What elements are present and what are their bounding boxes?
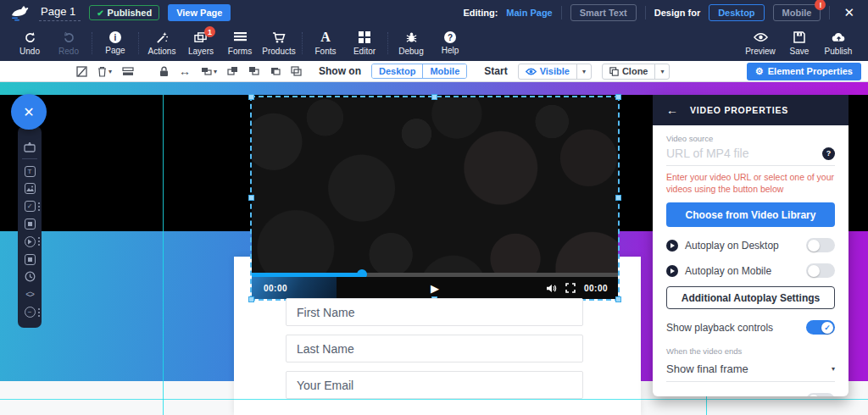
element-properties-button[interactable]: ⚙ Element Properties	[747, 63, 861, 80]
info-icon: i	[109, 31, 121, 43]
panel-header: ← VIDEO PROPERTIES	[653, 95, 849, 125]
clone-button[interactable]: Clone	[603, 64, 655, 79]
layout-rows-icon[interactable]	[122, 67, 134, 76]
volume-icon[interactable]	[546, 284, 557, 293]
code-tool-button[interactable]: <>	[18, 285, 42, 303]
undo-icon	[24, 30, 36, 44]
arrange-icon[interactable]: ▾	[201, 67, 217, 76]
send-to-back-icon[interactable]	[248, 66, 259, 76]
publish-button[interactable]: Publish	[819, 30, 858, 56]
bring-to-front-icon[interactable]	[227, 66, 238, 76]
image-icon	[25, 183, 36, 194]
page-canvas[interactable]: 00:00 ▶ 00:00 First Name Last Name Your …	[0, 82, 868, 415]
choose-video-library-button[interactable]: Choose from Video Library	[666, 202, 835, 227]
selection-handle[interactable]	[615, 195, 621, 201]
design-mobile-button[interactable]: Mobile	[773, 4, 821, 21]
eye-icon	[526, 68, 537, 75]
save-button[interactable]: Save	[780, 30, 819, 56]
close-editor-icon[interactable]: ✕	[838, 5, 860, 20]
misc-tool-button[interactable]: −	[18, 303, 42, 321]
clear-style-icon[interactable]	[76, 66, 87, 77]
view-page-button[interactable]: View Page	[168, 4, 231, 21]
editing-target-link[interactable]: Main Page	[506, 8, 552, 18]
first-name-input[interactable]: First Name	[286, 298, 583, 326]
button-tool-button[interactable]	[18, 215, 42, 233]
chevron-down-icon[interactable]: ▾	[214, 68, 217, 75]
additional-autoplay-settings-button[interactable]: Additional Autoplay Settings	[666, 286, 835, 309]
design-desktop-button[interactable]: Desktop	[709, 4, 764, 21]
selection-handle[interactable]	[615, 296, 621, 302]
minus-circle-icon: −	[25, 307, 36, 318]
close-elements-fab[interactable]: ✕	[11, 94, 47, 130]
image-tool-button[interactable]	[18, 180, 42, 198]
video-poster[interactable]	[252, 97, 618, 299]
show-playback-controls-toggle[interactable]: ✓	[806, 320, 835, 335]
visible-dropdown-button[interactable]: ▾	[576, 64, 591, 79]
help-icon[interactable]: ?	[822, 147, 835, 160]
autoplay-desktop-toggle[interactable]	[806, 238, 835, 252]
editor-menu-button[interactable]: Editor	[345, 30, 384, 56]
clone-dropdown-button[interactable]: ▾	[654, 64, 669, 79]
video-tool-button[interactable]	[18, 233, 42, 251]
help-menu-button[interactable]: ? Help	[431, 31, 470, 55]
autoplay-mobile-toggle[interactable]	[806, 263, 835, 278]
email-input[interactable]: Your Email	[286, 371, 583, 399]
countdown-tool-button[interactable]	[18, 268, 42, 286]
redo-button[interactable]: Redo	[49, 30, 88, 56]
check-icon: ✓	[821, 322, 833, 334]
page-title[interactable]: Page 1	[39, 4, 81, 21]
redo-icon	[63, 30, 75, 44]
selection-handle[interactable]	[615, 94, 621, 100]
fullscreen-icon[interactable]	[565, 283, 576, 293]
actions-menu-button[interactable]: Actions	[142, 30, 181, 56]
more-options-icon[interactable]	[38, 202, 40, 211]
selection-handle[interactable]	[248, 94, 254, 100]
more-options-icon[interactable]	[38, 237, 40, 246]
selection-handle[interactable]	[248, 296, 254, 302]
visible-button[interactable]: Visible	[519, 64, 576, 79]
divider	[387, 32, 388, 54]
page-menu-button[interactable]: i Page	[96, 31, 135, 55]
chevron-down-icon: ▾	[832, 365, 835, 373]
video-element-selected[interactable]: 00:00 ▶ 00:00	[252, 97, 618, 299]
show-on-mobile-button[interactable]: Mobile	[422, 64, 466, 78]
check-icon: ✔	[97, 8, 103, 18]
video-source-label: Video source	[666, 134, 835, 143]
selection-handle[interactable]	[431, 94, 437, 100]
text-icon: T	[25, 166, 36, 177]
video-url-input[interactable]: URL of MP4 file ?	[666, 147, 835, 166]
start-label: Start	[484, 65, 507, 77]
chevron-down-icon[interactable]: ▾	[108, 68, 112, 75]
show-on-desktop-button[interactable]: Desktop	[372, 64, 422, 78]
bring-forward-icon[interactable]	[270, 66, 281, 76]
mobile-alert-badge: !	[815, 0, 826, 10]
forms-menu-button[interactable]: Forms	[220, 30, 259, 56]
text-tool-button[interactable]: T	[18, 163, 42, 180]
play-icon[interactable]: ▶	[431, 282, 439, 295]
vertical-guide-line	[163, 95, 164, 415]
last-name-input[interactable]: Last Name	[286, 335, 583, 362]
horizontal-resize-icon[interactable]: ↔	[179, 64, 191, 78]
undo-button[interactable]: Undo	[10, 30, 49, 56]
block-tool-button[interactable]	[18, 251, 42, 268]
form-tool-button[interactable]: ✓	[18, 197, 42, 215]
debug-menu-button[interactable]: Debug	[392, 30, 431, 56]
font-icon: A	[320, 30, 331, 44]
products-menu-button[interactable]: Products	[259, 30, 298, 56]
animate-play-toggle[interactable]	[806, 393, 835, 396]
more-options-icon[interactable]	[38, 308, 40, 317]
sections-tool-button[interactable]	[18, 138, 42, 156]
top-bar: Page 1 ✔ Published View Page Editing: Ma…	[0, 0, 868, 25]
fonts-menu-button[interactable]: A Fonts	[306, 30, 345, 56]
back-arrow-icon[interactable]: ←	[666, 103, 678, 117]
preview-button[interactable]: Preview	[741, 30, 780, 56]
lock-icon[interactable]	[159, 66, 169, 77]
delete-icon[interactable]: ▾	[97, 66, 112, 77]
selection-handle[interactable]	[248, 195, 254, 201]
play-circle-icon	[666, 240, 678, 252]
layers-menu-button[interactable]: 1 Layers	[181, 30, 220, 56]
editing-label: Editing:	[463, 8, 498, 18]
smart-text-button[interactable]: Smart Text	[570, 4, 637, 21]
duplicate-icon[interactable]	[291, 66, 302, 76]
video-ends-dropdown[interactable]: Show final frame ▾	[666, 359, 835, 382]
